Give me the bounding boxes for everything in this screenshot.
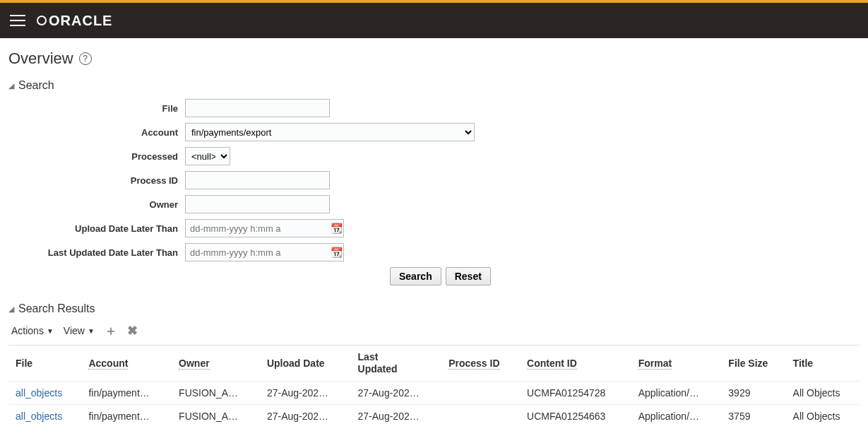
cell-file-size: 3759 — [721, 404, 785, 428]
app-header: ORACLE — [0, 3, 868, 38]
menu-icon[interactable] — [10, 15, 25, 26]
results-toolbar: Actions ▼ View ▼ ＋ ✖ — [11, 322, 860, 339]
last-updated-date-input[interactable] — [186, 244, 329, 261]
label-processed: Processed — [23, 151, 185, 162]
table-row[interactable]: all_objects fin/payment… FUSION_A… 27-Au… — [8, 404, 860, 428]
cell-account: fin/payment… — [81, 381, 172, 404]
cell-last-updated: 27-Aug-202… — [351, 404, 442, 428]
cell-upload-date: 27-Aug-202… — [260, 381, 351, 404]
brand-text: ORACLE — [49, 13, 112, 29]
cell-owner: FUSION_A… — [172, 381, 260, 404]
chevron-down-icon: ▼ — [47, 327, 54, 335]
col-file[interactable]: File — [8, 346, 81, 382]
cell-title: All Objects — [786, 404, 860, 428]
results-table: File Account Owner Upload Date LastUpdat… — [8, 345, 860, 428]
col-upload-date[interactable]: Upload Date — [260, 346, 351, 382]
label-file: File — [23, 103, 185, 114]
close-icon[interactable]: ✖ — [127, 323, 138, 338]
cell-file-size: 3929 — [721, 381, 785, 404]
cell-account: fin/payment… — [81, 404, 172, 428]
col-content-id[interactable]: Content ID — [520, 346, 631, 382]
cell-last-updated: 27-Aug-202… — [351, 381, 442, 404]
reset-button[interactable]: Reset — [446, 267, 491, 285]
calendar-icon[interactable]: 📆 — [329, 247, 343, 258]
last-updated-date-field: 📆 — [185, 243, 344, 261]
view-menu[interactable]: View ▼ — [64, 325, 95, 336]
table-header-row: File Account Owner Upload Date LastUpdat… — [8, 346, 860, 382]
disclosure-icon: ◢ — [8, 81, 14, 90]
processed-select[interactable]: <null> — [185, 147, 230, 165]
actions-menu[interactable]: Actions ▼ — [11, 325, 54, 336]
page-title-row: Overview ? — [8, 49, 860, 68]
page-content: Overview ? ◢ Search File Account fin/pay… — [0, 38, 868, 436]
cell-format: Application/… — [631, 404, 722, 428]
cell-owner: FUSION_A… — [172, 404, 260, 428]
cell-process-id — [441, 404, 520, 428]
file-input[interactable] — [185, 99, 330, 117]
search-button[interactable]: Search — [390, 267, 441, 285]
col-process-id[interactable]: Process ID — [441, 346, 520, 382]
col-file-size[interactable]: File Size — [721, 346, 785, 382]
oracle-o-icon — [37, 16, 47, 25]
col-last-updated[interactable]: LastUpdated — [351, 346, 442, 382]
cell-format: Application/… — [631, 381, 722, 404]
calendar-icon[interactable]: 📆 — [329, 223, 343, 234]
results-section-header[interactable]: ◢ Search Results — [8, 302, 860, 315]
view-label: View — [64, 325, 85, 336]
account-select[interactable]: fin/payments/export — [185, 123, 475, 141]
brand-logo[interactable]: ORACLE — [37, 13, 112, 29]
col-owner[interactable]: Owner — [172, 346, 260, 382]
upload-date-field: 📆 — [185, 219, 344, 237]
label-owner: Owner — [23, 199, 185, 210]
plus-icon[interactable]: ＋ — [105, 322, 117, 339]
table-row[interactable]: all_objects fin/payment… FUSION_A… 27-Au… — [8, 381, 860, 404]
cell-upload-date: 27-Aug-202… — [260, 404, 351, 428]
cell-content-id: UCMFA01254663 — [520, 404, 631, 428]
help-icon[interactable]: ? — [79, 52, 92, 65]
label-upload-date-later: Upload Date Later Than — [23, 223, 185, 234]
col-account[interactable]: Account — [81, 346, 172, 382]
owner-input[interactable] — [185, 195, 330, 213]
results-section-title: Search Results — [18, 302, 95, 315]
cell-title: All Objects — [786, 381, 860, 404]
page-title: Overview — [8, 49, 73, 68]
col-title[interactable]: Title — [786, 346, 860, 382]
search-section-title: Search — [18, 79, 54, 92]
process-id-input[interactable] — [185, 171, 330, 189]
cell-file[interactable]: all_objects — [8, 381, 81, 404]
cell-content-id: UCMFA01254728 — [520, 381, 631, 404]
search-form: File Account fin/payments/export Process… — [23, 99, 860, 285]
upload-date-input[interactable] — [186, 220, 329, 237]
cell-file[interactable]: all_objects — [8, 404, 81, 428]
search-button-row: Search Reset — [390, 267, 860, 285]
chevron-down-icon: ▼ — [88, 327, 95, 335]
col-format[interactable]: Format — [631, 346, 722, 382]
cell-process-id — [441, 381, 520, 404]
label-last-updated-later: Last Updated Date Later Than — [23, 247, 185, 258]
label-account: Account — [23, 127, 185, 138]
actions-label: Actions — [11, 325, 44, 336]
disclosure-icon: ◢ — [8, 305, 14, 314]
search-section-header[interactable]: ◢ Search — [8, 79, 860, 92]
label-process-id: Process ID — [23, 175, 185, 186]
